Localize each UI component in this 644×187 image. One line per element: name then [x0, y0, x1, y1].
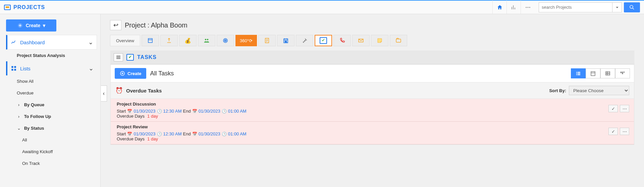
clock-small-icon: 🕒: [157, 109, 162, 114]
more-icon[interactable]: [521, 0, 535, 14]
nav-list-overdue[interactable]: Overdue: [6, 87, 97, 99]
clock-small-icon: 🕒: [157, 132, 162, 136]
nav-status-ontrack[interactable]: On Track: [6, 158, 97, 169]
tab-sticky-icon[interactable]: [371, 35, 388, 46]
sort-select[interactable]: Please Choose: [569, 86, 629, 95]
svg-rect-29: [621, 72, 622, 73]
tab-list-icon[interactable]: [142, 35, 159, 46]
task-check-icon: [320, 37, 327, 44]
clock-small-icon: 🕒: [222, 109, 227, 114]
nav-by-status[interactable]: ⌄ By Status: [6, 122, 97, 134]
main: ↩ Project : Alpha Boom Overview 💰 360° ⟳…: [101, 14, 644, 187]
nav-follow-up[interactable]: › To Follow Up: [6, 111, 97, 122]
tab-upload-icon[interactable]: [160, 35, 178, 46]
project-name: Alpha Boom: [151, 21, 187, 29]
svg-point-3: [630, 5, 633, 8]
projects-logo-icon: [4, 5, 11, 10]
tasks-header-icon: [126, 54, 134, 61]
topbar: PROJECTS: [0, 0, 644, 14]
view-list-icon[interactable]: [571, 68, 586, 78]
tab-calendar-icon[interactable]: 31: [277, 35, 294, 46]
end-label: End: [183, 131, 191, 136]
lists-label: Lists: [20, 66, 31, 71]
tab-tasks-icon[interactable]: [315, 35, 332, 46]
follow-up-label: To Follow Up: [24, 114, 51, 119]
start-date: 01/30/2023: [133, 131, 155, 136]
nav-lists[interactable]: Lists ⌄: [6, 61, 97, 75]
svg-point-11: [207, 39, 209, 41]
tab-mail-icon[interactable]: [352, 35, 370, 46]
tab-360[interactable]: 360° ⟳: [235, 35, 257, 46]
view-calendar-icon[interactable]: [586, 68, 600, 78]
create-task-button[interactable]: Create: [115, 68, 146, 79]
chevron-down-icon: ⌄: [17, 126, 21, 131]
create-task-label: Create: [127, 71, 142, 76]
svg-point-1: [527, 7, 528, 8]
calendar-small-icon: 📅: [192, 132, 197, 136]
svg-rect-7: [11, 69, 13, 71]
task-row[interactable]: Project Review Start 📅 01/30/2023 🕒 12:3…: [111, 122, 634, 144]
back-button[interactable]: ↩: [110, 20, 121, 30]
overdue-value: 1 day: [147, 114, 158, 119]
svg-rect-6: [14, 66, 16, 68]
grid-icon: [11, 65, 17, 71]
complete-task-icon[interactable]: ✓: [608, 128, 618, 135]
nav-status-all[interactable]: All: [6, 134, 97, 146]
nav-dashboard-item[interactable]: Project Status Analysis: [6, 50, 97, 61]
tab-notes-icon[interactable]: [258, 35, 276, 46]
tab-money-icon[interactable]: 💰: [179, 35, 197, 46]
tab-target-icon[interactable]: [217, 35, 234, 46]
calendar-small-icon: 📅: [127, 132, 132, 136]
sidebar: Create ▾ Dashboard ⌄ Project Status Anal…: [0, 14, 101, 187]
task-more-icon[interactable]: ⋯: [620, 128, 629, 135]
create-button[interactable]: Create ▾: [6, 19, 56, 32]
task-name: Project Discussion: [117, 102, 628, 107]
nav-status-awaiting[interactable]: Awaiting Kickoff: [6, 146, 97, 158]
svg-rect-9: [148, 39, 152, 43]
chevron-down-icon: ⌄: [88, 39, 93, 46]
svg-rect-5: [11, 66, 13, 68]
svg-rect-30: [622, 72, 623, 74]
tab-phone-icon[interactable]: [333, 35, 351, 46]
reports-icon[interactable]: [506, 0, 521, 14]
svg-rect-8: [14, 69, 16, 71]
nav-by-queue[interactable]: › By Queue: [6, 99, 97, 111]
brand[interactable]: PROJECTS: [4, 4, 45, 10]
tab-attach-icon[interactable]: [390, 35, 407, 46]
svg-text:31: 31: [285, 41, 287, 43]
nav-dashboard[interactable]: Dashboard ⌄: [6, 35, 97, 50]
section-title: Overdue Tasks: [126, 88, 162, 94]
tab-pin-icon[interactable]: [296, 35, 313, 46]
end-date: 01/30/2023: [199, 109, 220, 114]
tab-overview[interactable]: Overview: [110, 35, 140, 46]
dashboard-label: Dashboard: [20, 40, 45, 45]
end-date: 01/30/2023: [199, 131, 220, 136]
view-table-icon[interactable]: [600, 68, 615, 78]
complete-task-icon[interactable]: ✓: [608, 105, 618, 112]
overdue-value: 1 day: [147, 136, 158, 141]
panel-menu-icon[interactable]: [114, 53, 123, 61]
project-title-prefix: Project :: [125, 21, 149, 29]
view-kanban-icon[interactable]: [615, 68, 630, 78]
overdue-label: Overdue Days: [117, 114, 145, 119]
home-icon[interactable]: [492, 0, 506, 14]
caret-down-icon: ▾: [43, 23, 45, 28]
svg-rect-22: [578, 72, 580, 73]
svg-point-2: [529, 7, 530, 8]
start-time: 12:30 AM: [163, 131, 182, 136]
clock-small-icon: 🕒: [222, 132, 227, 136]
svg-point-0: [526, 7, 527, 8]
tab-people-icon[interactable]: [198, 35, 215, 46]
nav-list-showall[interactable]: Show All: [6, 75, 97, 87]
svg-rect-23: [576, 73, 577, 74]
search-input[interactable]: [539, 2, 612, 12]
sort-label: Sort By:: [549, 88, 566, 93]
end-time: 01:00 AM: [228, 109, 247, 114]
search-button[interactable]: [624, 2, 640, 12]
task-row[interactable]: Project Discussion Start 📅 01/30/2023 🕒 …: [111, 99, 634, 122]
by-status-label: By Status: [24, 126, 44, 131]
chevron-down-icon: ⌄: [89, 65, 94, 72]
svg-rect-26: [578, 74, 580, 75]
search-dropdown[interactable]: [612, 2, 622, 12]
task-more-icon[interactable]: ⋯: [620, 105, 629, 112]
